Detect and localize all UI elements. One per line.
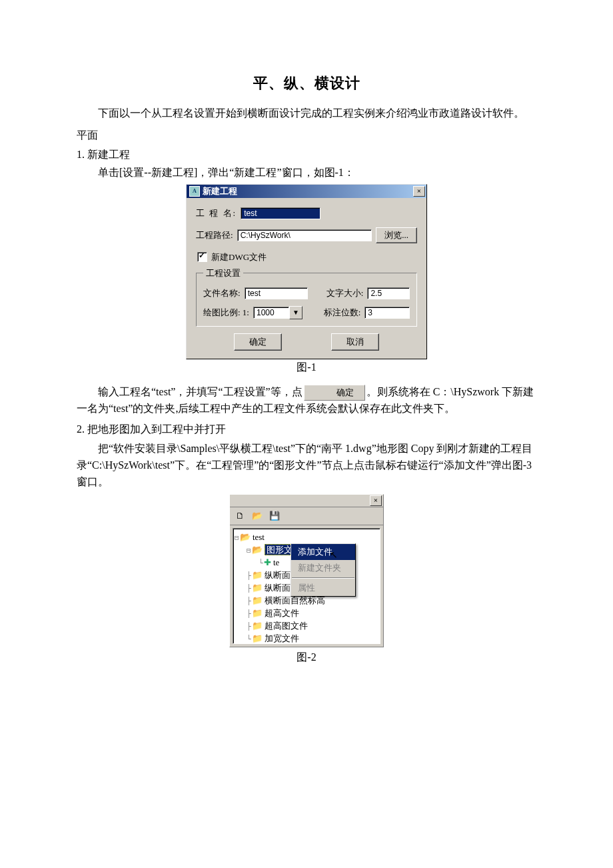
menu-properties[interactable]: 属性 xyxy=(291,580,355,596)
project-settings-group: 工程设置 文件名称: 文字大小: 绘图比例: 1: ▼ xyxy=(196,267,417,327)
step1-heading: 1. 新建工程 xyxy=(77,148,536,162)
save-file-icon[interactable]: 💾 xyxy=(267,509,282,523)
tree-item[interactable]: ├📁 超高图文件 xyxy=(235,620,378,633)
label-digits: 标注位数: xyxy=(324,307,361,319)
menu-new-folder[interactable]: 新建文件夹 xyxy=(291,560,355,576)
new-dwg-checkbox[interactable] xyxy=(197,252,207,262)
project-name-input[interactable] xyxy=(241,207,320,219)
label-filename: 文件名称: xyxy=(203,287,241,299)
para-after-fig1: 输入工程名“test”，并填写“工程设置”等，点确定。则系统将在 C：\HySz… xyxy=(77,384,536,417)
group-legend: 工程设置 xyxy=(203,267,243,279)
new-file-icon[interactable]: 🗋 xyxy=(233,509,247,523)
menu-add-file[interactable]: 添加文件 ↖ xyxy=(291,544,355,560)
tree-item[interactable]: └📁 加宽文件 xyxy=(235,633,378,644)
section-plane-heading: 平面 xyxy=(77,129,536,143)
panel-close-icon[interactable]: × xyxy=(370,495,382,506)
label-project-name: 工 程 名: xyxy=(196,207,237,219)
browse-button[interactable]: 浏览... xyxy=(376,227,417,243)
app-icon: A xyxy=(189,186,200,197)
tree-child-label: te xyxy=(273,557,279,567)
cancel-button[interactable]: 取消 xyxy=(331,333,379,351)
label-project-path: 工程路径: xyxy=(196,229,233,241)
page-title: 平、纵、横设计 xyxy=(77,73,536,93)
label-textsize: 文字大小: xyxy=(326,287,364,299)
inline-ok-button: 确定 xyxy=(304,385,365,401)
ok-button[interactable]: 确定 xyxy=(234,333,282,351)
textsize-input[interactable] xyxy=(367,287,410,299)
para2-pre: 输入工程名“test”，并填写“工程设置”等，点 xyxy=(98,386,303,397)
tree-item[interactable]: ├📁 超高文件 xyxy=(235,607,378,620)
menu-separator xyxy=(292,577,354,579)
figure2-caption: 图-2 xyxy=(77,651,536,665)
new-project-dialog: A 新建工程 × 工 程 名: 工程路径: 浏览... 新建DWG文件 xyxy=(186,184,427,359)
step2-paragraph: 把“软件安装目录\Samples\平纵横工程\test”下的“南平 1.dwg”… xyxy=(77,441,536,490)
project-path-input[interactable] xyxy=(237,229,372,241)
dialog-titlebar: A 新建工程 × xyxy=(187,185,426,198)
scale-dropdown-icon[interactable]: ▼ xyxy=(289,306,303,319)
project-manager-panel: × 🗋 📂 💾 ⊟📂 test ⊟📂 图形文 └✚ te xyxy=(229,494,384,647)
label-scale: 绘图比例: 1: xyxy=(203,307,249,319)
panel-toolbar: 🗋 📂 💾 xyxy=(230,507,383,525)
close-icon[interactable]: × xyxy=(413,186,425,197)
context-menu: 添加文件 ↖ 新建文件夹 属性 xyxy=(291,543,356,597)
tree-root-label: test xyxy=(253,532,265,542)
new-dwg-label: 新建DWG文件 xyxy=(211,251,267,263)
digits-input[interactable] xyxy=(364,307,410,319)
intro-paragraph: 下面以一个从工程名设置开始到横断面设计完成的工程实例来介绍鸿业市政道路设计软件。 xyxy=(77,105,536,122)
step1-line: 单击[设置--新建工程]，弹出“新建工程”窗口，如图-1： xyxy=(77,166,536,180)
filename-input[interactable] xyxy=(245,287,308,299)
step2-heading: 2. 把地形图加入到工程中并打开 xyxy=(77,423,536,437)
figure1-caption: 图-1 xyxy=(77,361,536,375)
project-tree[interactable]: ⊟📂 test ⊟📂 图形文 └✚ te ├📁 纵断面 ├📁 纵断面 ├📁 横断… xyxy=(233,528,380,644)
dialog-title: 新建工程 xyxy=(203,185,237,198)
open-file-icon[interactable]: 📂 xyxy=(250,509,265,523)
scale-input[interactable] xyxy=(253,307,289,319)
tree-root[interactable]: ⊟📂 test xyxy=(235,531,378,544)
